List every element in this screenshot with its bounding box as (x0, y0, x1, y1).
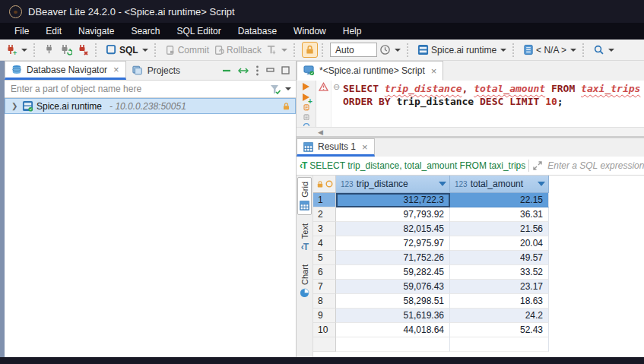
menu-database[interactable]: Database (230, 24, 285, 38)
connection-selector[interactable]: Spice.ai runtime (415, 42, 509, 58)
grid-cell[interactable]: 24.2 (450, 309, 549, 323)
grid-cell[interactable]: 20.04 (450, 236, 549, 251)
history-button[interactable] (377, 42, 403, 58)
row-header[interactable]: 1 (313, 193, 336, 207)
row-header[interactable]: 9 (313, 309, 336, 323)
menu-file[interactable]: File (6, 24, 37, 38)
grid-corner-cell[interactable] (313, 176, 336, 193)
expand-chevron-icon[interactable]: ❯ (11, 102, 19, 110)
execute-new-tab-button[interactable] (303, 93, 309, 101)
lock-toggle-button[interactable] (302, 42, 318, 58)
close-icon[interactable]: × (113, 64, 119, 75)
toolbar-separator (512, 43, 518, 57)
maximize-view-icon[interactable] (281, 66, 290, 74)
sql-code-area[interactable]: SELECT trip_distance, total_amount FROM … (341, 81, 644, 127)
tab-projects[interactable]: Projects (126, 61, 186, 80)
scroll-left-arrow-icon[interactable]: ◀ (318, 128, 323, 136)
new-connection-button[interactable]: + (3, 42, 30, 59)
view-menu-icon[interactable] (255, 65, 259, 76)
sql-square-icon (106, 44, 117, 55)
schema-selector[interactable]: < N/A > (521, 42, 579, 58)
close-icon[interactable]: × (362, 141, 368, 153)
execute-statement-button[interactable] (303, 83, 309, 90)
connect-button[interactable] (42, 42, 58, 58)
grid-cell[interactable]: 23.17 (450, 280, 549, 294)
tab-sql-script[interactable]: *<Spice.ai runtime> Script × (297, 61, 443, 81)
chevron-down-icon[interactable] (285, 87, 291, 90)
lock-icon (305, 45, 315, 55)
autocommit-combo[interactable]: Auto (330, 43, 377, 57)
tab-database-navigator[interactable]: Database Navigator × (5, 61, 126, 80)
menu-search[interactable]: Search (122, 24, 168, 38)
tab-results-1[interactable]: Results 1 × (297, 138, 375, 157)
reconnect-button[interactable] (58, 42, 75, 59)
row-header[interactable]: 5 (313, 251, 336, 265)
link-editor-icon[interactable] (238, 66, 249, 75)
connection-item-spice-ai-runtime[interactable]: ❯ Spice.ai runtime - 10.0.0.238:50051 (5, 98, 296, 114)
grid-cell[interactable]: 22.15 (450, 193, 549, 207)
row-header[interactable]: 8 (313, 294, 336, 309)
editor-hscrollbar[interactable]: ◀ (297, 127, 644, 137)
fold-marker[interactable]: ⊖ (332, 82, 341, 95)
transaction-icon (266, 44, 278, 55)
menu-sql-editor[interactable]: SQL Editor (168, 24, 229, 38)
grid-cell[interactable]: 21.56 (450, 222, 549, 236)
commit-button[interactable]: Commit (163, 43, 211, 58)
expression-filter-placeholder[interactable]: Enter a SQL expression to (547, 160, 644, 171)
search-button[interactable] (591, 42, 617, 58)
grid-cell[interactable]: 33.52 (450, 265, 549, 280)
row-header[interactable]: 10 (313, 323, 336, 337)
table-row: 1312,722.322.15 (313, 193, 644, 207)
explain-plan-icon[interactable] (301, 114, 312, 121)
grid-cell[interactable]: 36.31 (450, 207, 549, 222)
grid-cell[interactable]: 72,975.97 (336, 236, 450, 251)
presentation-tab-chart[interactable]: Chart (298, 261, 311, 302)
menu-navigate[interactable]: Navigate (70, 24, 122, 38)
grid-cell[interactable]: 312,722.3 (336, 193, 450, 207)
navigator-filter[interactable]: Enter a part of object name here (5, 81, 296, 98)
sort-dropdown-icon[interactable] (439, 182, 446, 186)
column-header-trip_distance[interactable]: 123trip_distance (336, 176, 450, 193)
filter-funnel-icon[interactable] (269, 84, 281, 95)
grid-cell[interactable]: 82,015.45 (336, 222, 450, 236)
autocommit-value: Auto (335, 45, 354, 55)
grid-cell[interactable]: 18.63 (450, 294, 549, 309)
sort-dropdown-icon[interactable] (538, 182, 545, 186)
tab-label: *<Spice.ai runtime> Script (319, 65, 425, 76)
presentation-tab-grid[interactable]: Grid (297, 177, 312, 215)
fold-column[interactable]: ⊖ (332, 81, 341, 127)
editor-body: ⊖ SELECT trip_distance, total_amount FRO… (297, 81, 644, 127)
grid-cell[interactable]: 44,018.64 (336, 323, 450, 337)
row-header[interactable]: 7 (313, 280, 336, 294)
grid-cell[interactable]: 71,752.26 (336, 251, 450, 265)
row-header[interactable]: 4 (313, 236, 336, 251)
row-header[interactable]: 2 (313, 207, 336, 222)
rollback-button[interactable]: Rollback (211, 43, 264, 58)
code-line[interactable]: SELECT trip_distance, total_amount FROM … (343, 82, 644, 95)
sql-editor-button[interactable]: SQL (103, 42, 151, 58)
minimize-view-icon[interactable] (266, 67, 274, 74)
toolbar-separator (322, 43, 327, 57)
column-header-total_amount[interactable]: 123total_amount (450, 176, 549, 193)
menu-window[interactable]: Window (285, 24, 335, 38)
close-icon[interactable]: × (431, 65, 437, 77)
collapse-all-icon[interactable] (222, 66, 231, 75)
presentation-tab-text[interactable]: Text‹T (299, 220, 311, 256)
row-header[interactable]: 6 (313, 265, 336, 280)
grid-cell[interactable]: 59,076.43 (336, 280, 450, 294)
disconnect-button[interactable] (75, 42, 91, 59)
menu-edit[interactable]: Edit (37, 24, 70, 38)
grid-cell[interactable]: 59,282.45 (336, 265, 450, 280)
toolbar-separator (95, 43, 100, 57)
grid-cell[interactable]: 97,793.92 (336, 207, 450, 222)
table-row: 571,752.2649.57 (313, 251, 644, 265)
grid-cell[interactable]: 49.57 (450, 251, 549, 265)
code-line[interactable]: ORDER BY trip_distance DESC LIMIT 10; (343, 95, 644, 108)
row-header[interactable]: 3 (313, 222, 336, 236)
grid-cell[interactable]: 52.43 (450, 323, 549, 337)
grid-cell[interactable]: 58,298.51 (336, 294, 450, 309)
menu-help[interactable]: Help (335, 24, 370, 38)
expand-icon[interactable] (532, 160, 543, 171)
grid-cell[interactable]: 51,619.36 (336, 309, 450, 323)
transaction-mode-button[interactable] (264, 42, 290, 58)
